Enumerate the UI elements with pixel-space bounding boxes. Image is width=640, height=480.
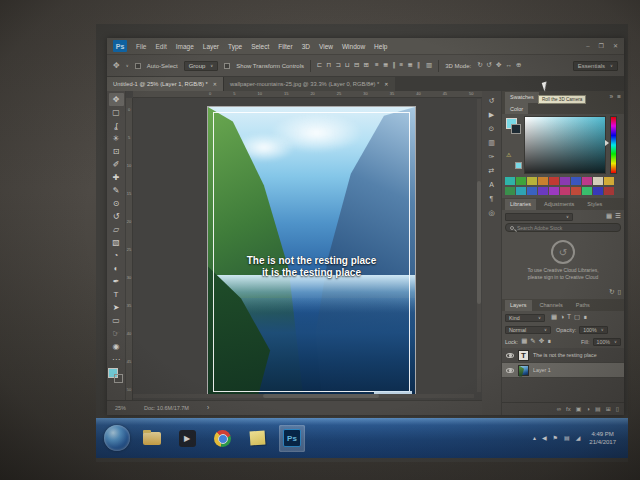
- color-swatch[interactable]: [538, 177, 548, 185]
- align-vertical-centers-icon[interactable]: ⊟: [354, 62, 359, 69]
- 3d-roll-camera-icon[interactable]: ↺: [487, 62, 492, 69]
- tab-layers[interactable]: Layers: [505, 300, 532, 311]
- menu-help[interactable]: Help: [374, 43, 387, 50]
- 3d-pan-camera-icon[interactable]: ✥: [496, 62, 501, 69]
- menu-image[interactable]: Image: [176, 43, 194, 50]
- color-swatch[interactable]: [505, 187, 515, 195]
- panel-menu-icon[interactable]: ≡: [617, 94, 621, 101]
- paragraph-panel-icon[interactable]: ¶: [490, 195, 494, 202]
- taskbar-chrome-button[interactable]: [209, 425, 235, 452]
- library-search-input[interactable]: [517, 225, 607, 231]
- distribute-vertical-centers-icon[interactable]: ≣: [383, 62, 388, 69]
- clone-source-panel-icon[interactable]: ⊙: [489, 125, 495, 132]
- align-horizontal-centers-icon[interactable]: ⊓: [326, 62, 331, 69]
- zoom-level[interactable]: 25%: [115, 405, 126, 411]
- align-bottom-edges-icon[interactable]: ⊞: [364, 62, 369, 69]
- dodge-tool[interactable]: ◐: [109, 262, 124, 275]
- color-swatch[interactable]: [593, 177, 603, 185]
- lasso-tool[interactable]: ʆ: [109, 119, 124, 132]
- image-layer-thumbnail[interactable]: [518, 365, 529, 376]
- canvas-text-layer[interactable]: The is not the resting place it is the t…: [208, 255, 415, 279]
- tool-presets-panel-icon[interactable]: ⇄: [489, 167, 495, 174]
- crop-tool[interactable]: ⊡: [109, 145, 124, 158]
- canvas-area[interactable]: 0510152025303540455055 05101520253035404…: [126, 91, 482, 400]
- move-tool[interactable]: ✥: [109, 93, 124, 106]
- type-tool[interactable]: T: [109, 288, 124, 301]
- layer-group-icon[interactable]: ▤: [595, 406, 601, 412]
- color-swatch[interactable]: [604, 187, 614, 195]
- fill-dropdown[interactable]: 100% ∨: [593, 338, 622, 346]
- close-tab-icon[interactable]: ✕: [213, 82, 217, 87]
- taskbar-media-player-button[interactable]: ▶: [174, 425, 200, 452]
- brush-settings-panel-icon[interactable]: ✑: [489, 153, 495, 160]
- distribute-right-edges-icon[interactable]: ∥: [417, 62, 420, 69]
- action-center-flag-icon[interactable]: ⚑: [553, 435, 558, 441]
- taskbar-sticky-notes-button[interactable]: [244, 425, 270, 452]
- text-layer-thumbnail[interactable]: T: [518, 350, 529, 361]
- tab-paths[interactable]: Paths: [571, 300, 595, 311]
- menu-file[interactable]: File: [136, 43, 146, 50]
- tool-preset-chevron-icon[interactable]: ∨: [126, 64, 129, 68]
- list-view-icon[interactable]: ☰: [615, 213, 621, 220]
- brush-tool[interactable]: ✎: [109, 184, 124, 197]
- eraser-tool[interactable]: ▱: [109, 223, 124, 236]
- color-swatch[interactable]: [560, 177, 570, 185]
- layer-visibility-eye-icon[interactable]: [506, 353, 514, 358]
- 3d-slide-camera-icon[interactable]: ↔: [506, 62, 513, 69]
- document-tab-untitled[interactable]: Untitled-1 @ 25% (Layer 1, RGB/8) * ✕: [107, 77, 223, 91]
- color-picker-field[interactable]: [524, 116, 606, 174]
- align-right-edges-icon[interactable]: ⊐: [336, 62, 341, 69]
- menu-edit[interactable]: Edit: [155, 43, 166, 50]
- shape-tool[interactable]: ▭: [109, 314, 124, 327]
- library-sync-icon[interactable]: ↻: [609, 289, 614, 296]
- quick-selection-tool[interactable]: ✳: [109, 132, 124, 145]
- gradient-tool[interactable]: ▧: [109, 236, 124, 249]
- eyedropper-tool[interactable]: ✐: [109, 158, 124, 171]
- gamut-swatch-chip[interactable]: [515, 162, 522, 169]
- restore-button[interactable]: ❐: [599, 43, 604, 49]
- photoshop-logo[interactable]: Ps: [113, 40, 127, 52]
- document-tab-wallpaper[interactable]: wallpaper-mountains-25.jpg @ 33.3% (Laye…: [223, 77, 394, 91]
- layer-row-image[interactable]: Layer 1: [502, 363, 624, 378]
- auto-align-layers-icon[interactable]: ▥: [426, 62, 432, 69]
- background-color-chip[interactable]: [114, 374, 123, 383]
- pen-tool[interactable]: ✒: [109, 275, 124, 288]
- show-transform-checkbox[interactable]: [224, 63, 230, 69]
- adjustment-layer-icon[interactable]: ◑: [586, 406, 590, 412]
- path-selection-tool[interactable]: ➤: [109, 301, 124, 314]
- status-menu-chevron-icon[interactable]: ›: [207, 405, 209, 412]
- opacity-dropdown[interactable]: 100% ∨: [579, 326, 608, 334]
- distribute-top-edges-icon[interactable]: ≡: [375, 62, 379, 69]
- layer-filter-kind-dropdown[interactable]: Kind ∨: [505, 314, 545, 322]
- character-panel-icon[interactable]: A: [489, 181, 494, 188]
- color-swatch[interactable]: [582, 187, 592, 195]
- 3d-zoom-camera-icon[interactable]: ⊕: [516, 62, 521, 69]
- start-button[interactable]: [104, 425, 130, 451]
- color-swatch[interactable]: [516, 187, 526, 195]
- filter-pixel-layers-icon[interactable]: ▦: [551, 314, 557, 321]
- color-swatch[interactable]: [538, 187, 548, 195]
- distribute-bottom-edges-icon[interactable]: ∥: [392, 62, 395, 69]
- vertical-scroll-thumb[interactable]: [477, 181, 481, 304]
- layer-effects-icon[interactable]: fx: [566, 406, 571, 412]
- color-swatch[interactable]: [593, 187, 603, 195]
- tray-expand-icon[interactable]: ▴: [533, 435, 536, 441]
- lock-all-icon[interactable]: ∎: [547, 338, 551, 345]
- library-delete-icon[interactable]: ▯: [617, 289, 621, 296]
- align-left-edges-icon[interactable]: ⊏: [317, 62, 322, 69]
- vertical-scrollbar[interactable]: [477, 99, 481, 392]
- color-swatch[interactable]: [604, 177, 614, 185]
- close-button[interactable]: ✕: [613, 43, 618, 49]
- taskbar-clock[interactable]: 4:49 PM 21/4/2017: [589, 430, 620, 446]
- distribute-left-edges-icon[interactable]: ≡: [399, 62, 403, 69]
- library-select-dropdown[interactable]: ∨: [505, 213, 573, 221]
- align-top-edges-icon[interactable]: ⊔: [345, 62, 350, 69]
- auto-select-checkbox[interactable]: [135, 63, 141, 69]
- lock-paint-icon[interactable]: ✎: [530, 338, 535, 345]
- blur-tool[interactable]: ◔: [109, 249, 124, 262]
- horizontal-scrollbar[interactable]: [133, 394, 474, 398]
- hand-tool[interactable]: ☞: [109, 327, 124, 340]
- menu-filter[interactable]: Filter: [278, 43, 292, 50]
- filter-type-layers-icon[interactable]: T: [567, 314, 571, 321]
- color-background-chip[interactable]: [511, 124, 521, 134]
